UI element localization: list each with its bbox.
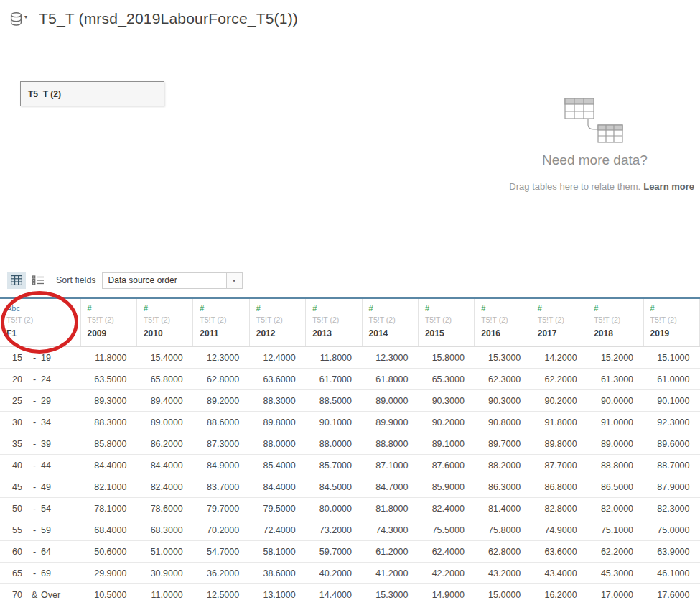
age-range-part: 35 (12, 439, 28, 449)
value-cell: 90.3000 (418, 390, 474, 412)
value-cell: 62.2000 (531, 369, 587, 390)
grid-toolbar: Sort fields Data source order ▾ (0, 269, 700, 291)
need-more-data-text: Need more data? (507, 152, 683, 168)
value-cell: 54.7000 (193, 541, 249, 563)
table-row: 20-2463.500065.800062.800063.600061.7000… (0, 369, 700, 390)
value-cell: 89.6000 (643, 433, 699, 455)
column-header-2018[interactable]: #T5!T (2)2018 (587, 298, 643, 347)
column-table-ref: T5!T (2) (144, 315, 187, 324)
number-type-icon: # (256, 304, 299, 313)
age-range-part: 55 (12, 525, 28, 535)
value-cell: 89.8000 (531, 433, 587, 455)
column-table-ref: T5!T (2) (538, 315, 581, 324)
table-row: 35-3985.800086.200087.300088.000088.0000… (0, 433, 700, 455)
value-cell: 15.3000 (475, 347, 531, 369)
value-cell: 73.2000 (306, 519, 362, 541)
column-header-2009[interactable]: #T5!T (2)2009 (80, 298, 136, 347)
value-cell: 58.1000 (249, 541, 305, 563)
column-field-name: 2013 (312, 328, 355, 338)
column-header-2019[interactable]: #T5!T (2)2019 (643, 298, 699, 347)
value-cell: 12.4000 (249, 347, 305, 369)
column-header-f1[interactable]: AbcT5!T (2)F1 (0, 298, 80, 347)
column-table-ref: T5!T (2) (256, 315, 299, 324)
age-range-part: - (28, 568, 41, 578)
column-header-2012[interactable]: #T5!T (2)2012 (249, 298, 305, 347)
age-range-part: 20 (12, 374, 28, 384)
logical-table-t5t2[interactable]: T5_T (2) (20, 81, 164, 106)
value-cell: 12.3000 (362, 347, 418, 369)
value-cell: 62.4000 (418, 541, 474, 563)
age-range-part: 44 (41, 461, 51, 471)
column-field-name: 2017 (538, 328, 581, 338)
datasource-title: T5_T (mrsd_2019LabourForce_T5(1)) (39, 10, 298, 27)
value-cell: 91.0000 (587, 412, 643, 433)
column-table-ref: T5!T (2) (425, 315, 468, 324)
age-range-part: 29 (41, 396, 51, 406)
metadata-list-view-button[interactable] (29, 272, 47, 289)
value-cell: 82.3000 (643, 498, 699, 519)
value-cell: 89.0000 (362, 390, 418, 412)
value-cell: 88.3000 (249, 390, 305, 412)
logical-table-label: T5_T (2) (28, 89, 61, 99)
data-preview-grid: AbcT5!T (2)F1#T5!T (2)2009#T5!T (2)2010#… (0, 297, 700, 605)
column-header-2014[interactable]: #T5!T (2)2014 (362, 298, 418, 347)
value-cell: 90.0000 (587, 390, 643, 412)
value-cell: 87.9000 (643, 476, 699, 498)
column-header-2011[interactable]: #T5!T (2)2011 (193, 298, 249, 347)
datasource-menu-caret-icon[interactable]: ▾ (24, 14, 27, 20)
column-field-name: 2019 (650, 328, 694, 338)
value-cell: 61.3000 (587, 369, 643, 390)
data-grid-view-button[interactable] (7, 272, 26, 289)
column-field-name: 2012 (256, 328, 299, 338)
value-cell: 84.9000 (193, 455, 249, 476)
column-table-ref: T5!T (2) (481, 315, 524, 324)
datasource-title-bar: ▾ T5_T (mrsd_2019LabourForce_T5(1)) (10, 10, 298, 27)
column-field-name: 2009 (88, 328, 131, 338)
value-cell: 62.2000 (587, 541, 643, 563)
sort-order-dropdown[interactable]: Data source order ▾ (102, 272, 243, 289)
value-cell: 90.8000 (475, 412, 531, 433)
column-header-2016[interactable]: #T5!T (2)2016 (475, 298, 531, 347)
table-row: 55-5968.400068.300070.200072.400073.2000… (0, 519, 700, 541)
value-cell: 90.2000 (531, 390, 587, 412)
value-cell: 88.8000 (587, 455, 643, 476)
value-cell: 70.2000 (193, 519, 249, 541)
number-type-icon: # (312, 304, 355, 313)
age-range-part: 59 (41, 525, 51, 535)
column-header-2013[interactable]: #T5!T (2)2013 (306, 298, 362, 347)
learn-more-link[interactable]: Learn more (643, 181, 694, 192)
value-cell: 82.4000 (418, 498, 474, 519)
value-cell: 61.7000 (306, 369, 362, 390)
column-header-2010[interactable]: #T5!T (2)2010 (136, 298, 192, 347)
column-table-ref: T5!T (2) (369, 315, 412, 324)
value-cell: 85.8000 (80, 433, 136, 455)
value-cell: 59.7000 (306, 541, 362, 563)
value-cell: 88.0000 (306, 433, 362, 455)
table-row: 50-5478.100078.600079.700079.500080.0000… (0, 498, 700, 519)
value-cell: 91.8000 (531, 412, 587, 433)
value-cell: 74.9000 (531, 519, 587, 541)
value-cell: 88.6000 (193, 412, 249, 433)
column-header-2017[interactable]: #T5!T (2)2017 (531, 298, 587, 347)
value-cell: 68.3000 (136, 519, 192, 541)
value-cell: 81.4000 (475, 498, 531, 519)
column-header-2015[interactable]: #T5!T (2)2015 (418, 298, 474, 347)
age-range-part: 69 (41, 568, 51, 578)
value-cell: 79.5000 (249, 498, 305, 519)
age-range-part: - (28, 482, 41, 492)
value-cell: 14.2000 (531, 347, 587, 369)
value-cell: 78.6000 (136, 498, 192, 519)
value-cell: 15.4000 (136, 347, 192, 369)
dropdown-caret-icon: ▾ (226, 273, 242, 288)
value-cell: 51.0000 (136, 541, 192, 563)
database-icon[interactable] (10, 12, 22, 26)
value-cell: 75.5000 (418, 519, 474, 541)
value-cell: 15.0000 (475, 584, 531, 605)
value-cell: 90.1000 (643, 390, 699, 412)
age-range-cell: 45-49 (0, 476, 80, 498)
string-type-icon: Abc (6, 304, 75, 313)
value-cell: 16.2000 (531, 584, 587, 605)
grid-header-row: AbcT5!T (2)F1#T5!T (2)2009#T5!T (2)2010#… (0, 298, 700, 347)
age-range-part: - (28, 417, 41, 428)
value-cell: 61.0000 (643, 369, 699, 390)
